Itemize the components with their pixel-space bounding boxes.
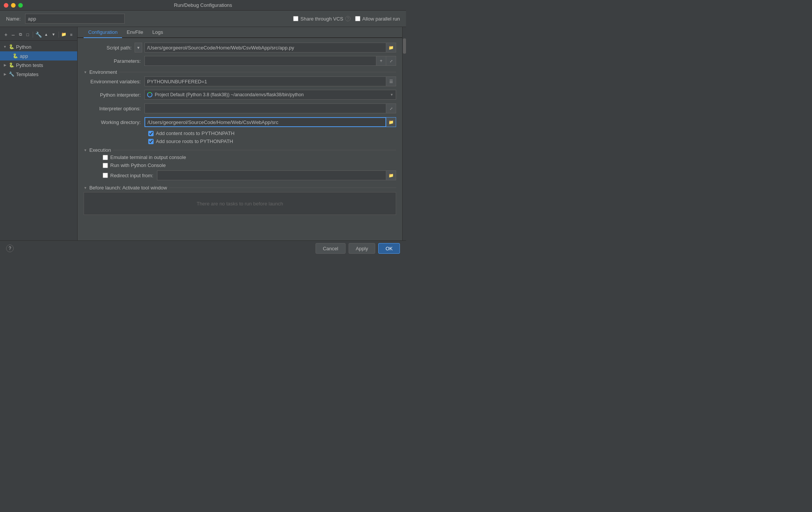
run-python-console-label: Run with Python Console xyxy=(110,162,166,168)
help-button[interactable]: ? xyxy=(6,245,14,252)
parallel-run-group[interactable]: Allow parallel run xyxy=(355,16,400,22)
working-dir-input-group: 📁 xyxy=(144,117,396,127)
execution-arrow: ▼ xyxy=(84,148,87,152)
script-path-input[interactable] xyxy=(144,43,386,52)
add-button[interactable]: + xyxy=(3,31,9,38)
up-button[interactable]: ▲ xyxy=(43,31,49,38)
footer: ? Cancel Apply OK xyxy=(0,240,406,256)
name-input[interactable] xyxy=(25,14,125,24)
tab-envfile[interactable]: EnvFile xyxy=(122,27,147,38)
maximize-button[interactable] xyxy=(18,3,23,8)
app-label: app xyxy=(20,53,28,59)
python-tests-icon: 🐍 xyxy=(8,62,14,68)
params-expand-btn[interactable]: ⤢ xyxy=(386,56,396,66)
sidebar-item-python-tests[interactable]: 🐍 Python tests xyxy=(0,60,77,70)
redirect-input-label: Redirect input from: xyxy=(110,173,153,178)
emulate-terminal-label: Emulate terminal in output console xyxy=(110,154,186,160)
before-launch-line xyxy=(169,188,396,188)
interpreter-value: Project Default (Python 3.8 (flask38)) ~… xyxy=(155,92,304,97)
templates-label: Templates xyxy=(16,72,38,77)
script-path-browse[interactable]: 📁 xyxy=(386,43,396,52)
before-launch-section: ▼ Before launch: Activate tool window Th… xyxy=(84,185,396,215)
environment-arrow: ▼ xyxy=(84,70,87,74)
env-vars-input-group: ☰ xyxy=(144,76,396,86)
interpreter-dropdown[interactable]: Project Default (Python 3.8 (flask38)) ~… xyxy=(144,90,396,100)
env-vars-browse[interactable]: ☰ xyxy=(386,76,396,86)
working-dir-label: Working directory: xyxy=(84,119,144,125)
interpreter-label: Python interpreter: xyxy=(84,92,144,98)
interpreter-options-input[interactable] xyxy=(144,103,386,113)
sidebar-item-python-group[interactable]: 🐍 Python xyxy=(0,42,77,51)
emulate-terminal-row: Emulate terminal in output console xyxy=(84,154,396,160)
tab-logs[interactable]: Logs xyxy=(148,27,168,38)
emulate-terminal-checkbox[interactable] xyxy=(103,155,108,160)
parallel-run-checkbox[interactable] xyxy=(355,16,360,21)
parameters-row: Parameters: + ⤢ xyxy=(84,56,396,66)
tabs-bar: Configuration EnvFile Logs xyxy=(78,27,402,38)
python-tests-arrow xyxy=(3,63,7,67)
right-panel: Configuration EnvFile Logs Script path: … xyxy=(78,27,406,240)
env-vars-input[interactable] xyxy=(144,76,386,86)
execution-section-header[interactable]: ▼ Execution xyxy=(84,147,396,153)
apply-button[interactable]: Apply xyxy=(349,243,376,254)
no-tasks-text: There are no tasks to run before launch xyxy=(197,193,283,214)
close-button[interactable] xyxy=(4,3,8,8)
ok-button[interactable]: OK xyxy=(378,243,400,254)
help-icon: ? xyxy=(345,16,350,21)
interpreter-text: Project Default (Python 3.8 (flask38)) ~… xyxy=(147,92,304,97)
script-path-label: Script path: ▼ xyxy=(84,43,144,52)
script-path-row: Script path: ▼ 📁 xyxy=(84,43,396,52)
share-vcs-group[interactable]: Share through VCS ? xyxy=(293,16,350,22)
sidebar: + – ⧉ □ 🔧 ▲ ▼ 📁 ≡ 🐍 Python xyxy=(0,27,78,240)
python-group-icon: 🐍 xyxy=(8,44,14,50)
working-dir-browse[interactable]: 📁 xyxy=(386,117,396,127)
execution-section-title: Execution xyxy=(89,147,111,153)
right-scrollbar[interactable] xyxy=(402,27,406,240)
run-python-console-checkbox[interactable] xyxy=(103,163,108,168)
settings-button[interactable]: 🔧 xyxy=(35,31,42,38)
divider2 xyxy=(59,32,59,38)
redirect-input-field[interactable] xyxy=(157,170,386,180)
environment-section-header[interactable]: ▼ Environment xyxy=(84,69,396,75)
redirect-browse[interactable]: 📁 xyxy=(386,170,396,180)
environment-line xyxy=(119,72,396,72)
before-launch-area: There are no tasks to run before launch xyxy=(84,192,396,215)
tab-configuration[interactable]: Configuration xyxy=(84,27,122,38)
python-tests-label: Python tests xyxy=(16,62,43,68)
interpreter-options-expand[interactable]: ⤢ xyxy=(386,103,396,113)
interpreter-icon xyxy=(147,92,152,97)
script-path-dropdown[interactable]: ▼ xyxy=(135,43,142,52)
sort-button[interactable]: ≡ xyxy=(68,31,74,38)
minimize-button[interactable] xyxy=(11,3,16,8)
name-label: Name: xyxy=(6,16,21,22)
working-dir-row: Working directory: 📁 xyxy=(84,117,396,127)
parameters-input[interactable] xyxy=(144,56,376,66)
add-content-roots-row: Add content roots to PYTHONPATH xyxy=(84,130,396,136)
down-button[interactable]: ▼ xyxy=(51,31,56,38)
interpreter-options-label: Interpreter options: xyxy=(84,106,144,111)
folder-button[interactable]: 📁 xyxy=(61,31,67,38)
remove-button[interactable]: – xyxy=(10,31,16,38)
script-path-input-group: 📁 xyxy=(144,43,396,52)
share-vcs-label: Share through VCS xyxy=(300,16,343,22)
share-vcs-checkbox[interactable] xyxy=(293,16,298,21)
save-button[interactable]: □ xyxy=(25,31,30,38)
interpreter-options-input-group: ⤢ xyxy=(144,103,396,113)
add-content-roots-checkbox[interactable] xyxy=(148,131,154,136)
interpreter-caret: ▼ xyxy=(390,93,393,97)
copy-button[interactable]: ⧉ xyxy=(17,31,23,38)
footer-left: ? xyxy=(6,245,14,252)
execution-line xyxy=(113,150,396,150)
params-plus-btn[interactable]: + xyxy=(376,56,386,66)
traffic-lights xyxy=(4,3,23,8)
sidebar-item-templates[interactable]: 🔧 Templates xyxy=(0,70,77,79)
main-layout: + – ⧉ □ 🔧 ▲ ▼ 📁 ≡ 🐍 Python xyxy=(0,27,406,240)
before-launch-header[interactable]: ▼ Before launch: Activate tool window xyxy=(84,185,396,191)
parameters-input-group: + ⤢ xyxy=(144,56,396,66)
working-dir-input[interactable] xyxy=(144,117,386,127)
footer-right: Cancel Apply OK xyxy=(316,243,400,254)
sidebar-item-app[interactable]: 🐍 app xyxy=(0,51,77,60)
redirect-input-checkbox[interactable] xyxy=(103,173,108,178)
add-source-roots-checkbox[interactable] xyxy=(148,139,154,144)
cancel-button[interactable]: Cancel xyxy=(316,243,345,254)
